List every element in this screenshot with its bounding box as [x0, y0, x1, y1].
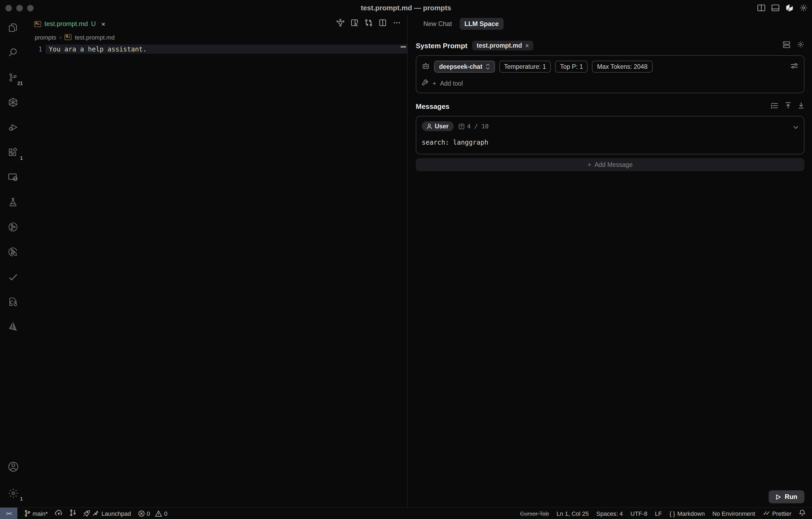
code-line-1[interactable]: 1 You ara a help assistant. — [26, 44, 407, 54]
compare-changes-icon[interactable] — [365, 19, 372, 29]
breadcrumb-separator: › — [60, 34, 61, 40]
task-check-icon[interactable] — [6, 270, 20, 283]
git-untracked-badge: U — [91, 20, 96, 28]
prompt-flow-icon[interactable] — [337, 19, 344, 29]
model-select[interactable]: deepseek-chat — [434, 61, 495, 72]
plug-icon — [92, 510, 99, 516]
tab-bar: M↓ test.prompt.md U × — [26, 16, 407, 32]
top-p-chip[interactable]: Top P: 1 — [555, 61, 588, 72]
remote-explorer-icon[interactable] — [6, 171, 20, 184]
cursor-tab-item[interactable]: Cursor Tab — [520, 510, 549, 517]
errors-icon — [138, 510, 144, 517]
account-icon[interactable] — [6, 460, 20, 473]
search-icon[interactable] — [6, 46, 20, 59]
messages-header: Messages — [416, 101, 804, 111]
launchpad-item[interactable]: Launchpad — [83, 510, 131, 517]
window-controls — [0, 5, 34, 11]
rocket-icon — [83, 510, 90, 517]
errors-count: 0 — [147, 510, 150, 517]
wrench-icon — [422, 79, 429, 87]
collapse-up-icon[interactable] — [785, 101, 791, 111]
activity-bar: 21 1 1 — [0, 16, 26, 507]
add-tool-row[interactable]: + Add tool — [422, 79, 799, 87]
toggle-panel-icon[interactable] — [771, 4, 780, 11]
plus-icon: + — [588, 161, 591, 168]
model-params-box: deepseek-chat Temperature: 1 Top P: 1 Ma… — [416, 55, 804, 93]
encoding-item[interactable]: UTF-8 — [630, 510, 647, 517]
zoom-window-button[interactable] — [27, 5, 34, 11]
system-prompt-label: System Prompt — [416, 41, 467, 50]
publish-cloud-icon[interactable] — [55, 510, 63, 517]
expand-down-icon[interactable] — [798, 101, 804, 111]
warnings-icon — [155, 510, 162, 517]
code-area[interactable]: 1 You ara a help assistant. — [26, 44, 407, 54]
split-editor-icon[interactable] — [379, 19, 386, 29]
notifications-bell-icon[interactable] — [799, 509, 806, 517]
language-mode-item[interactable]: { } Markdown — [669, 510, 705, 517]
tab-filename: test.prompt.md — [45, 20, 88, 28]
cmake-icon[interactable] — [6, 320, 20, 333]
add-message-button[interactable]: + Add Message — [416, 158, 804, 171]
branch-name: main* — [32, 510, 48, 517]
max-tokens-chip[interactable]: Max Tokens: 2048 — [592, 61, 652, 72]
tab-test-prompt-md[interactable]: M↓ test.prompt.md U × — [26, 16, 111, 32]
manage-gear-icon[interactable]: 1 — [6, 487, 20, 499]
gitlens-icon[interactable] — [6, 220, 20, 234]
app-logo-cube-icon[interactable] — [785, 4, 793, 12]
panel-settings-gear-icon[interactable] — [797, 41, 804, 50]
token-count-text: 4 / 10 — [467, 123, 489, 130]
temperature-chip[interactable]: Temperature: 1 — [499, 61, 551, 72]
branch-icon — [24, 510, 30, 517]
run-button[interactable]: Run — [768, 490, 804, 503]
message-card-user[interactable]: User 4 / 10 search: langgraph — [416, 116, 804, 154]
git-branch-item[interactable]: main* — [24, 510, 48, 517]
breadcrumb-folder[interactable]: prompts — [35, 34, 56, 40]
minimize-window-button[interactable] — [16, 5, 23, 11]
language-label: Markdown — [677, 510, 705, 517]
tab-llm-space[interactable]: LLM Space — [459, 18, 503, 30]
extensions-badge: 1 — [20, 155, 23, 161]
status-bar: >< main* Launchpad 0 0 Cursor Tab Ln 1, … — [0, 507, 812, 519]
title-bar: test.prompt.md — prompts — [0, 0, 812, 16]
role-pill[interactable]: User — [422, 121, 454, 131]
markdown-file-icon: M↓ — [64, 34, 71, 40]
code-text[interactable]: You ara a help assistant. — [49, 45, 147, 53]
indentation-item[interactable]: Spaces: 4 — [596, 510, 623, 517]
settings-gear-icon[interactable] — [800, 4, 808, 12]
more-actions-icon[interactable] — [393, 19, 401, 29]
message-content[interactable]: search: langgraph — [422, 139, 799, 146]
system-prompt-file-chip[interactable]: test.prompt.md × — [472, 41, 533, 50]
formatter-item[interactable]: ✓✓ Prettier — [763, 510, 791, 517]
open-preview-icon[interactable] — [351, 19, 358, 29]
remote-indicator[interactable]: >< — [0, 508, 17, 519]
sliders-icon[interactable] — [790, 62, 799, 71]
close-window-button[interactable] — [5, 5, 12, 11]
editor-toolbar — [337, 16, 401, 32]
close-tab-icon[interactable]: × — [101, 20, 105, 28]
remove-file-icon[interactable]: × — [525, 42, 529, 49]
collapse-message-chevron-icon[interactable] — [793, 121, 799, 131]
layout-rows-icon[interactable] — [783, 41, 790, 50]
line-number: 1 — [26, 45, 42, 53]
problems-item[interactable]: 0 0 — [138, 510, 168, 517]
run-debug-icon[interactable] — [6, 121, 20, 134]
cube-3d-view-icon[interactable] — [6, 96, 20, 109]
message-list-icon[interactable] — [771, 101, 778, 111]
environment-item[interactable]: No Environment — [712, 510, 755, 517]
eol-item[interactable]: LF — [655, 510, 662, 517]
run-label: Run — [785, 493, 798, 500]
git-search-icon[interactable] — [6, 245, 20, 258]
breadcrumb[interactable]: prompts › M↓ test.prompt.md — [26, 32, 407, 42]
cpp-tools-icon[interactable] — [6, 295, 20, 308]
git-graph-icon[interactable] — [70, 509, 76, 517]
tab-new-chat[interactable]: New Chat — [423, 20, 452, 28]
cursor-position-item[interactable]: Ln 1, Col 25 — [557, 510, 589, 517]
toggle-sidebar-icon[interactable] — [757, 4, 765, 11]
add-tool-label[interactable]: Add tool — [440, 80, 463, 86]
explorer-icon[interactable] — [6, 21, 20, 34]
source-control-icon[interactable]: 21 — [6, 71, 20, 84]
testing-beaker-icon[interactable] — [6, 195, 20, 209]
add-tool-plus: + — [433, 80, 436, 86]
extensions-icon[interactable]: 1 — [6, 146, 20, 159]
breadcrumb-file[interactable]: test.prompt.md — [75, 34, 115, 40]
